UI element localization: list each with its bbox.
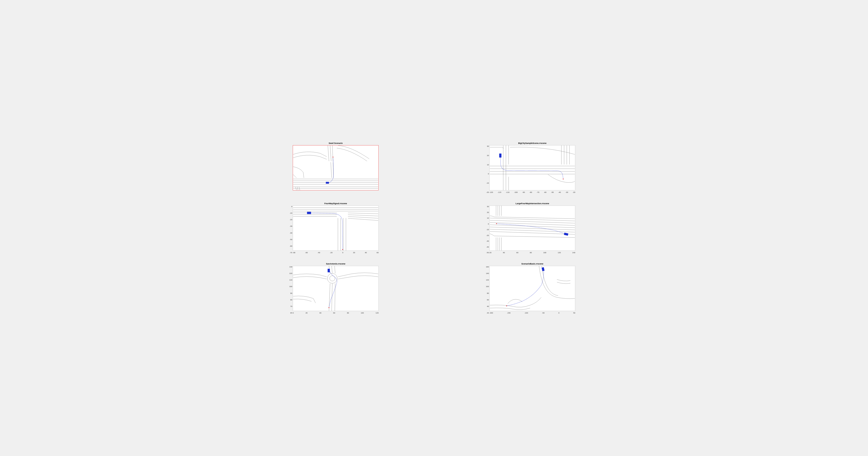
xtick: 0	[293, 312, 293, 314]
xtick: -50	[542, 312, 545, 314]
xtick: 80	[530, 252, 532, 254]
ytick: 100	[289, 286, 292, 288]
x-axis: -200 -150 -100 -50 0 50	[489, 312, 575, 314]
ytick: -30	[486, 240, 489, 242]
svg-rect-0	[326, 182, 329, 184]
xtick: 20	[353, 252, 355, 254]
ytick: 10	[487, 164, 489, 166]
ytick: -60	[289, 245, 292, 247]
roadmap-largefourway	[490, 206, 575, 251]
ytick: 0	[291, 205, 292, 207]
ytick: -30	[289, 225, 292, 227]
xtick: 100	[361, 312, 364, 314]
ytick: 0	[488, 223, 489, 225]
xtick: 40	[319, 312, 321, 314]
ytick: 160	[486, 266, 489, 268]
roadmap-seed	[293, 145, 378, 190]
xtick: -80	[529, 191, 532, 193]
ytick: -10	[289, 212, 292, 214]
svg-point-6	[496, 223, 497, 224]
ytick: 20	[487, 211, 489, 214]
xtick: 120	[558, 252, 561, 254]
svg-rect-12	[541, 267, 545, 271]
x-axis: -120 -115 -110 -100 -90 -80 -70 -60 -50 …	[489, 191, 575, 193]
xtick: -30	[565, 191, 568, 193]
xtick: 80	[347, 312, 349, 314]
xtick: -90	[522, 191, 525, 193]
ytick: -50	[486, 252, 489, 254]
y-axis: 0 -10 -20 -30 -40 -50 -60 -70	[286, 205, 292, 254]
ytick: 40	[487, 305, 489, 307]
subplot-title: ScenarioBasic.rrscene	[521, 263, 543, 265]
subplot-title: LargeFourWayIntersection.rrscene	[516, 202, 549, 205]
ytick: -20	[486, 234, 489, 236]
xtick: -100	[524, 312, 528, 314]
xtick: -70	[537, 191, 539, 193]
xtick: -60	[305, 252, 308, 254]
x-axis: 0 20 40 60 80 100 120	[293, 312, 379, 314]
xtick: -150	[507, 312, 510, 314]
xtick: -100	[514, 191, 518, 193]
ytick: 100	[486, 286, 489, 288]
subplot-fourway: FourWaySignal.rrscene 0 -10 -20 -30 -40 …	[269, 202, 402, 254]
plot-area-largefourway	[489, 205, 575, 251]
xtick: 0	[558, 312, 559, 314]
svg-point-5	[342, 249, 343, 250]
plot-area-fourway	[293, 205, 379, 251]
svg-rect-4	[307, 212, 311, 214]
svg-point-13	[506, 305, 507, 306]
xtick: 100	[543, 252, 546, 254]
svg-point-9	[330, 276, 335, 281]
ytick: 80	[487, 292, 489, 294]
subplot-title: Seed Scenario	[329, 142, 343, 144]
roadmap-sanantonio	[293, 266, 378, 311]
axis-wrapper: 30 20 10 0 -10 -20	[489, 145, 575, 193]
plot-area-scenariobasic	[489, 266, 575, 311]
plot-area-sanantonio	[293, 266, 379, 311]
ytick: 20	[487, 312, 489, 314]
svg-rect-10	[328, 269, 330, 272]
xtick: 140	[572, 252, 575, 254]
ytick: -70	[289, 252, 292, 254]
scenario-grid: Seed Scenario	[269, 142, 599, 314]
ytick: -10	[486, 182, 489, 184]
subplot-title: FourWaySignal.rrscene	[324, 202, 347, 205]
xtick: 60	[333, 312, 335, 314]
roadmap-bigcity	[490, 145, 575, 190]
ytick: 80	[290, 299, 292, 301]
subplot-sanantonio: SanAntonio.rrscene 130 120 110 100 90 80…	[269, 263, 402, 314]
xtick: -20	[572, 191, 575, 193]
xtick: 0	[342, 252, 343, 254]
plot-area-seed	[293, 145, 379, 190]
svg-point-1	[333, 157, 333, 158]
ytick: 70	[290, 305, 292, 307]
x-axis: 20 40 60 80 100 120 140	[489, 252, 575, 254]
ytick: 140	[486, 272, 489, 274]
xtick: -60	[544, 191, 547, 193]
xtick: -50	[551, 191, 554, 193]
ytick: 65	[290, 312, 292, 314]
axis-wrapper: 0 -10 -20 -30 -40 -50 -60 -70	[293, 205, 379, 254]
xtick: 40	[365, 252, 367, 254]
y-axis: 30 20 10 0 -10 -20	[483, 145, 489, 193]
ytick: 130	[289, 266, 292, 268]
ytick: -40	[486, 246, 489, 248]
xtick: -40	[558, 191, 561, 193]
subplot-seed: Seed Scenario	[269, 142, 402, 193]
xtick: 50	[573, 312, 575, 314]
roadmap-scenariobasic	[490, 266, 575, 311]
ytick: -20	[486, 191, 489, 193]
ytick: 120	[486, 279, 489, 281]
subplot-title: BigCitySampleScene.rrscene	[518, 142, 546, 144]
svg-point-11	[329, 307, 329, 308]
ytick: 30	[487, 145, 489, 147]
xtick: 40	[503, 252, 505, 254]
axis-wrapper: 160 140 120 100 80 60 40 20	[489, 266, 575, 314]
ytick: -40	[289, 232, 292, 234]
y-axis: 160 140 120 100 80 60 40 20	[483, 266, 489, 314]
xtick: 20	[489, 252, 491, 254]
plot-area-bigcity	[489, 145, 575, 190]
svg-point-3	[563, 178, 564, 180]
xtick: 60	[377, 252, 379, 254]
xtick: -110	[506, 191, 509, 193]
